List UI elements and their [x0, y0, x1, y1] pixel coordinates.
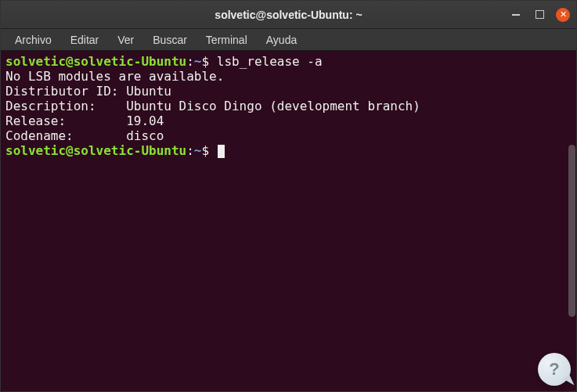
output-line: Release: 19.04 [5, 113, 572, 128]
output-line: No LSB modules are available. [5, 69, 572, 84]
menu-ver[interactable]: Ver [110, 31, 142, 49]
help-bubble[interactable]: ? [538, 353, 571, 386]
menu-archivo[interactable]: Archivo [7, 31, 60, 49]
menu-ayuda[interactable]: Ayuda [258, 31, 305, 49]
prompt-dollar: $ [201, 143, 209, 158]
command-text: lsb_release -a [209, 54, 323, 69]
titlebar: solvetic@solvetic-Ubuntu: ~ [1, 1, 576, 29]
prompt-user: solvetic@solvetic-Ubuntu [5, 143, 186, 158]
cursor [218, 145, 225, 158]
window-controls [509, 8, 570, 22]
menubar: Archivo Editar Ver Buscar Terminal Ayuda [1, 29, 576, 51]
window-title: solvetic@solvetic-Ubuntu: ~ [215, 9, 362, 21]
prompt-dollar: $ [201, 54, 209, 69]
minimize-button[interactable] [509, 8, 523, 22]
terminal-body[interactable]: solvetic@solvetic-Ubuntu:~$ lsb_release … [1, 51, 576, 391]
scrollbar-thumb[interactable] [568, 145, 575, 317]
prompt-line-1: solvetic@solvetic-Ubuntu:~$ lsb_release … [5, 54, 572, 69]
output-line: Distributor ID: Ubuntu [5, 84, 572, 99]
terminal-window: solvetic@solvetic-Ubuntu: ~ Archivo Edit… [0, 0, 577, 392]
close-button[interactable] [556, 8, 570, 22]
maximize-button[interactable] [532, 8, 546, 22]
prompt-colon: : [186, 54, 194, 69]
scrollbar[interactable] [567, 51, 576, 391]
prompt-user: solvetic@solvetic-Ubuntu [5, 54, 186, 69]
menu-buscar[interactable]: Buscar [145, 31, 195, 49]
prompt-line-2: solvetic@solvetic-Ubuntu:~$ [5, 143, 572, 158]
output-line: Description: Ubuntu Disco Dingo (develop… [5, 99, 572, 113]
question-mark-icon: ? [549, 359, 559, 379]
prompt-colon: : [186, 143, 194, 158]
output-line: Codename: disco [5, 128, 572, 143]
menu-editar[interactable]: Editar [63, 31, 107, 49]
menu-terminal[interactable]: Terminal [198, 31, 255, 49]
